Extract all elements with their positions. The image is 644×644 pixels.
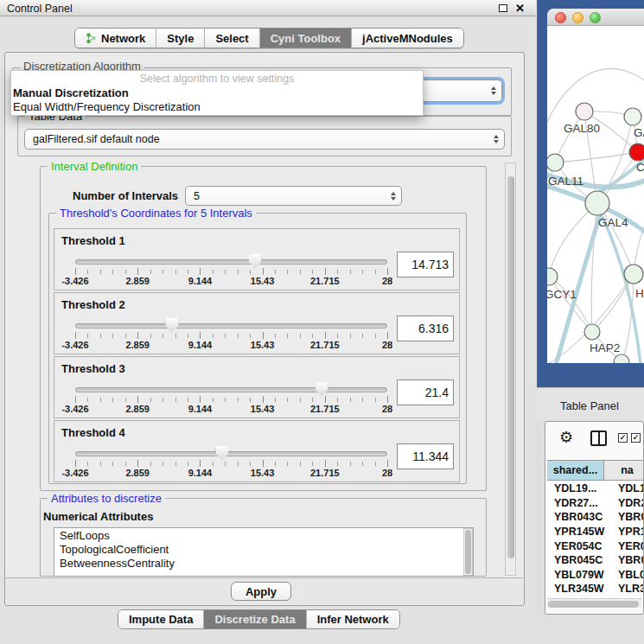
dropdown-option-manual[interactable]: Manual Discretization	[11, 86, 423, 100]
network-node-gal4[interactable]	[585, 191, 609, 215]
tick-label: 21.715	[310, 340, 340, 350]
apply-button[interactable]: Apply	[231, 582, 291, 601]
slider-track[interactable]	[75, 451, 387, 456]
threshold-value-field[interactable]: 14.713	[397, 252, 454, 277]
tick-label: -3.426	[61, 468, 88, 478]
tick-label: 9.144	[188, 276, 213, 286]
network-node-hap2[interactable]	[584, 324, 600, 340]
node-label: GAL4	[598, 216, 628, 229]
slider-thumb[interactable]	[316, 382, 328, 397]
tab-label: Network	[101, 32, 145, 45]
threshold-value-field[interactable]: 11.344	[397, 443, 454, 469]
tab-label: Style	[167, 32, 194, 45]
attribute-item-selfloops[interactable]: SelfLoops	[60, 529, 473, 543]
float-window-icon[interactable]	[499, 4, 507, 12]
num-intervals-value: 5	[194, 190, 200, 202]
network-node-gal11[interactable]	[547, 154, 564, 171]
node-label: C	[636, 161, 644, 174]
cell-name: YBR0	[610, 511, 644, 523]
network-node[interactable]	[614, 354, 629, 363]
table-horizontal-scrollbar[interactable]	[547, 598, 641, 608]
table-row[interactable]: YBR045CYBR0	[547, 553, 644, 568]
tab-style[interactable]: Style	[156, 29, 204, 48]
table-panel-footer	[537, 615, 644, 644]
tick-label: 2.859	[125, 340, 150, 350]
slider-major-ticks	[75, 396, 388, 403]
tab-network[interactable]: Network	[75, 29, 156, 48]
network-canvas[interactable]: GAL80GACGAL11GAL4GCY1HHAP2	[547, 26, 644, 363]
attributes-group-title: Attributes to discretize	[48, 492, 165, 505]
attribute-item-topologicalcoefficient[interactable]: TopologicalCoefficient	[60, 543, 473, 557]
tab-label: Discretize Data	[214, 613, 295, 626]
slider-thumb[interactable]	[165, 318, 178, 333]
tab-infer-network[interactable]: Infer Network	[306, 610, 399, 628]
cell-shared-name: YDL19...	[547, 482, 610, 494]
slider-track[interactable]	[75, 323, 387, 328]
tab-select[interactable]: Select	[204, 29, 258, 48]
close-icon[interactable]: ✕	[515, 2, 525, 15]
table-data-combo-value: galFiltered.sif default node	[33, 133, 160, 145]
gear-icon[interactable]: ⚙	[559, 428, 573, 447]
tab-discretize-data[interactable]: Discretize Data	[203, 610, 305, 628]
tab-impute-data[interactable]: Impute Data	[118, 610, 203, 628]
table-row[interactable]: YLR345WYLR3	[547, 582, 644, 595]
table-row[interactable]: YDL19...YDL1	[547, 481, 644, 496]
tab-jactivemnodules[interactable]: jActiveMNodules	[351, 29, 463, 48]
node-table: shared... na YDL19...YDL1YDR27...YDR2YBR…	[547, 460, 644, 595]
table-panel: ⚙ ✓ ✓ shared... na YDL19...YDL1YDR27...Y…	[545, 421, 644, 615]
network-node-c[interactable]	[629, 143, 644, 161]
mac-minimize-button[interactable]	[572, 12, 583, 23]
slider-major-ticks	[75, 460, 388, 467]
slider-area: -3.4262.8599.14415.4321.71528	[75, 449, 388, 480]
network-node-h[interactable]	[624, 265, 643, 284]
numerical-attributes-list[interactable]: SelfLoopsTopologicalCoefficientBetweenne…	[54, 527, 474, 577]
cell-shared-name: YBR043C	[547, 511, 610, 523]
checkbox-icon[interactable]: ✓	[618, 433, 628, 443]
node-label: GCY1	[547, 288, 577, 301]
mac-zoom-button[interactable]	[590, 12, 601, 23]
attributes-list-scrollbar[interactable]	[463, 528, 473, 576]
slider-track[interactable]	[75, 259, 387, 265]
tab-cyni-toolbox[interactable]: Cyni Toolbox	[259, 29, 351, 48]
threshold-value-field[interactable]: 21.4	[397, 379, 454, 405]
table-header-row: shared... na	[547, 460, 644, 481]
slider-track[interactable]	[75, 387, 387, 392]
checkbox-icon[interactable]: ✓	[631, 433, 641, 443]
table-row[interactable]: YPR145WYPR1	[547, 525, 644, 539]
slider-area: -3.4262.8599.14415.4321.71528	[75, 385, 388, 416]
cell-shared-name: YER054C	[547, 540, 610, 552]
column-header-name[interactable]: na	[604, 461, 644, 480]
dropdown-placeholder: Select algorithm to view settings	[11, 73, 423, 86]
tick-label: 9.144	[188, 468, 213, 478]
tick-label: 21.715	[310, 276, 340, 286]
table-row[interactable]: YBL079WYBL0	[547, 568, 644, 583]
slider-thumb[interactable]	[249, 254, 262, 269]
network-node-gcy1[interactable]	[547, 268, 558, 285]
cell-shared-name: YPR145W	[547, 526, 610, 538]
table-rows: YDL19...YDL1YDR27...YDR2YBR043CYBR0YPR14…	[547, 481, 644, 595]
cell-shared-name: YBR045C	[547, 554, 610, 566]
table-data-combo[interactable]: galFiltered.sif default node	[24, 129, 505, 150]
slider-thumb[interactable]	[215, 446, 228, 461]
column-header-shared-name[interactable]: shared...	[547, 461, 604, 480]
network-node-gal80[interactable]	[576, 103, 593, 120]
threshold-stack: Threshold 1-3.4262.8599.14415.4321.71528…	[54, 228, 460, 484]
table-row[interactable]: YBR043CYBR0	[547, 510, 644, 525]
cell-name: YDR2	[610, 497, 644, 509]
panel-vertical-scrollbar[interactable]	[505, 163, 516, 576]
stepper-icon	[391, 192, 396, 201]
node-label: H	[635, 287, 644, 300]
threshold-label: Threshold 1	[61, 234, 125, 247]
dropdown-option-equal-width[interactable]: Equal Width/Frequency Discretization	[11, 100, 423, 114]
threshold-value-field[interactable]: 6.316	[397, 316, 454, 341]
numerical-attributes-label: Numerical Attributes	[43, 510, 153, 523]
top-tab-bar: NetworkStyleSelectCyni ToolboxjActiveMNo…	[74, 28, 464, 48]
table-row[interactable]: YER054CYER0	[547, 539, 644, 553]
table-row[interactable]: YDR27...YDR2	[547, 496, 644, 511]
mac-close-button[interactable]	[555, 12, 566, 23]
network-node-ga[interactable]	[624, 108, 641, 125]
num-intervals-combo[interactable]: 5	[185, 186, 402, 206]
attribute-item-betweennesscentrality[interactable]: BetweennessCentrality	[60, 557, 473, 571]
split-pane-icon[interactable]	[590, 430, 607, 446]
control-panel: Control Panel ✕ NetworkStyleSelectCyni T…	[0, 0, 536, 644]
